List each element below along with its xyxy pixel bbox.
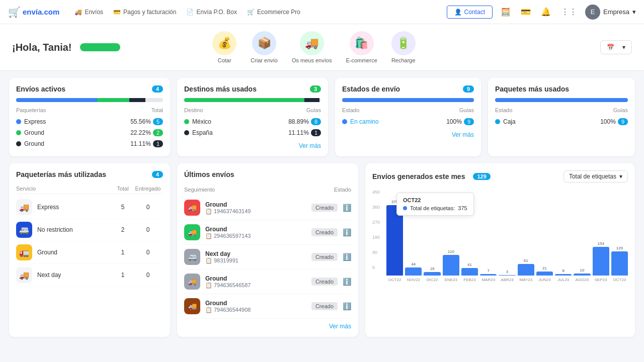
action-ecommerce[interactable]: 🛍️ E-commerce xyxy=(346,31,377,63)
destinos-ver-mas[interactable]: Ver más xyxy=(184,142,321,149)
nav-pobox-icon: 📄 xyxy=(186,9,194,16)
chart-inner: 450 360 270 180 90 0 OCT22 xyxy=(372,188,628,283)
grid-button[interactable]: ⋮⋮ xyxy=(559,5,579,19)
ultimos-header: Últimos envíos xyxy=(184,170,351,178)
ground-green-dot xyxy=(16,130,21,135)
ground-pkg-name: Ground xyxy=(37,249,113,256)
logo-text: envía.com xyxy=(23,8,59,16)
bar xyxy=(461,268,478,276)
nav-pobox-label: Envía P.O. Box xyxy=(196,9,237,16)
bar-group: 10AGO23 xyxy=(574,268,590,282)
encamino-link[interactable]: En camino xyxy=(350,118,379,125)
meus-icon: 🚚 xyxy=(300,31,324,55)
mexico-label: México xyxy=(184,118,281,125)
bar-value: 21 xyxy=(542,266,547,270)
chart-area: 450 360 270 180 90 0 OCT22 xyxy=(372,188,628,288)
encamino-label: En camino xyxy=(342,118,434,125)
envios-activos-progress xyxy=(16,98,163,102)
caja-label: Caja xyxy=(495,118,588,125)
nav-pobox[interactable]: 📄 Envía P.O. Box xyxy=(186,9,237,16)
mexico-pct: 88.89% xyxy=(281,118,309,125)
express-count: 5 xyxy=(153,118,163,125)
encamino-pct: 100% xyxy=(434,118,462,125)
envio-icon-2: 🚐 xyxy=(184,249,200,265)
calendar-icon: 📅 xyxy=(607,44,614,51)
bar-value: 8 xyxy=(562,268,565,273)
pb-mexico xyxy=(184,98,304,102)
bar-value: 129 xyxy=(616,246,623,250)
estados-table-header: Estado Guías xyxy=(342,107,474,113)
envio-icon-0: 🚚 xyxy=(184,200,200,216)
calculator-button[interactable]: 🧮 xyxy=(499,5,513,19)
info-icon-4[interactable]: ℹ️ xyxy=(343,302,351,310)
encamino-count: 9 xyxy=(464,118,474,125)
contact-button[interactable]: 👤 Contact xyxy=(447,6,493,19)
date-chevron-icon: ▾ xyxy=(622,44,625,51)
info-icon-3[interactable]: ℹ️ xyxy=(343,278,351,286)
progress-indicator xyxy=(80,43,120,51)
ultimos-col-header: Seguimiento Estado xyxy=(184,184,351,196)
nav-pagos[interactable]: 💳 Pagos y facturación xyxy=(113,9,176,16)
contact-icon: 👤 xyxy=(454,9,462,16)
info-icon-0[interactable]: ℹ️ xyxy=(343,204,351,212)
bar xyxy=(499,275,515,276)
estados-progress xyxy=(342,98,474,102)
envio-info-4: Ground 📋 794636544908 xyxy=(205,300,306,313)
ecommerce-label: E-commerce xyxy=(346,57,377,63)
info-icon-1[interactable]: ℹ️ xyxy=(343,228,351,236)
info-icon-2[interactable]: ℹ️ xyxy=(343,253,351,261)
ground-pkg-icon: 🚛 xyxy=(16,244,32,260)
pb-caja xyxy=(495,98,628,102)
nav-right: 👤 Contact 🧮 💳 🔔 ⋮⋮ E Empresa ▾ xyxy=(447,5,636,20)
nav-envios[interactable]: 🚚 Envíos xyxy=(74,9,103,16)
hero-section: ¡Hola, Tania! 💰 Cotar 📦 Criar envío 🚚 Os… xyxy=(0,24,644,71)
envio-icon-3: 🚚 xyxy=(184,274,200,290)
logo[interactable]: 🛒 envía.com xyxy=(8,6,59,18)
encamino-dot xyxy=(342,119,347,124)
ground-pkg-entregado: 0 xyxy=(133,249,163,256)
card-button[interactable]: 💳 xyxy=(519,5,533,19)
envio-info-3: Ground 📋 794636546587 xyxy=(205,275,306,289)
envios-table-header: Paqueterías Total xyxy=(16,107,163,113)
destinos-badge: 3 xyxy=(310,85,321,93)
estados-ver-mas[interactable]: Ver más xyxy=(342,131,474,138)
ecommerce-icon: 🛍️ xyxy=(350,31,374,55)
col-estado: Estado xyxy=(342,107,359,113)
bar-group: 61MAY23 xyxy=(518,258,534,282)
bell-button[interactable]: 🔔 xyxy=(539,5,553,19)
bar-month-label: OCT23 xyxy=(613,278,626,282)
col-guias-estados: Guías xyxy=(459,107,474,113)
action-cotar[interactable]: 💰 Cotar xyxy=(212,31,236,63)
bar-group: 21JUN23 xyxy=(536,266,553,282)
bars-area: OCT22 Total de etiquetas: 375 375OCT2244… xyxy=(386,188,628,283)
envios-activos-badge: 4 xyxy=(152,85,163,93)
envio-type-1: Ground xyxy=(205,226,306,233)
bar xyxy=(593,247,609,276)
chart-dropdown[interactable]: Total de etiquetas ▾ xyxy=(564,170,628,183)
action-recharge[interactable]: 🔋 Recharge xyxy=(391,31,416,63)
envio-icon-1: 🚚 xyxy=(184,224,200,240)
nav-pagos-icon: 💳 xyxy=(113,9,121,16)
list-item: 🚚 Next day 1 0 xyxy=(16,264,163,287)
tooltip-month: OCT22 xyxy=(403,197,467,203)
estados-badge: 9 xyxy=(463,85,474,93)
date-picker[interactable]: 📅 ▾ xyxy=(600,40,632,54)
user-area[interactable]: E Empresa ▾ xyxy=(585,5,636,20)
col-destino: Destino xyxy=(184,107,203,113)
envio-type-0: Ground xyxy=(205,201,306,208)
bar-value: 3 xyxy=(506,269,508,274)
express-pct: 55.56% xyxy=(123,118,151,125)
bar-group: 154SEP23 xyxy=(593,241,609,282)
action-meus-envios[interactable]: 🚚 Os meus envíos xyxy=(292,31,332,63)
estado-badge-1: Creado xyxy=(311,228,338,236)
ultimos-ver-mas[interactable]: Ver más xyxy=(184,323,351,330)
express-pkg-total: 5 xyxy=(113,204,133,211)
norestrict-pkg-total: 2 xyxy=(113,226,133,233)
bar-value: 44 xyxy=(411,262,416,266)
y-label-0: 0 xyxy=(372,265,386,270)
ground-green-pct: 22.22% xyxy=(123,129,151,136)
express-dot xyxy=(16,119,21,124)
paqueterias-header: Paqueterías más utilizadas 4 xyxy=(16,170,163,178)
nav-ecommerce[interactable]: 🛒 Ecommerce Pro xyxy=(247,9,300,16)
action-criar-envio[interactable]: 📦 Criar envío xyxy=(251,31,278,63)
